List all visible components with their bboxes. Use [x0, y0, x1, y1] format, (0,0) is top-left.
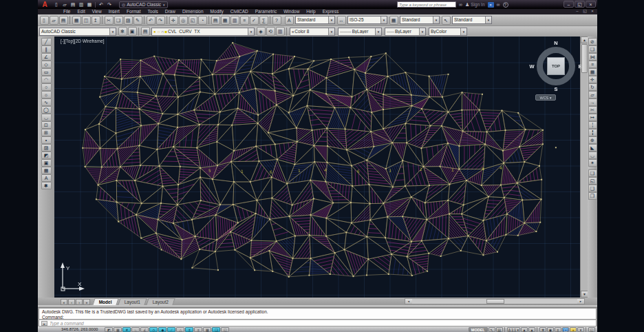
- menu-edit[interactable]: Edit: [74, 9, 88, 14]
- fillet-icon-button[interactable]: ◡: [588, 152, 597, 159]
- infer-constraints-toggle[interactable]: ◩: [105, 327, 113, 332]
- workspace-switching-button[interactable]: ✻: [539, 327, 546, 332]
- doc-minimize-button[interactable]: –: [574, 9, 581, 14]
- clean-screen-button[interactable]: ◱: [588, 327, 595, 332]
- redo-icon-button[interactable]: ↷: [156, 16, 165, 25]
- dim-style-dropdown-arrow[interactable]: ▼: [380, 17, 387, 23]
- doc-close-button[interactable]: ×: [589, 9, 596, 14]
- polyline-icon-button[interactable]: ∠: [41, 53, 52, 61]
- prev-tab-button[interactable]: ‹: [68, 299, 75, 305]
- model-space-button[interactable]: MODEL: [469, 327, 488, 332]
- annotation-scale-button[interactable]: Δ 1:1 ▾: [507, 327, 520, 332]
- workspaces-combo[interactable]: AutoCAD Classic ▼: [39, 28, 116, 36]
- quickcalc-icon-button[interactable]: ∑: [259, 16, 268, 25]
- menu-express[interactable]: Express: [319, 9, 342, 14]
- object-snap-tracking-toggle[interactable]: ∕: [167, 327, 175, 332]
- rectangle-icon-button[interactable]: ▭: [41, 68, 52, 76]
- plot-style-dropdown-arrow[interactable]: ▼: [460, 28, 466, 35]
- table-style-dropdown-arrow[interactable]: ▼: [433, 17, 439, 23]
- scale-icon-button[interactable]: ▱: [588, 91, 597, 98]
- publish-icon-button[interactable]: ↥: [92, 16, 100, 25]
- autoscale-button[interactable]: ▲: [528, 327, 535, 332]
- undo-icon-button[interactable]: ↶: [147, 16, 155, 25]
- table-style-combo[interactable]: Standard▼: [400, 16, 440, 24]
- properties-icon-button[interactable]: ▤: [211, 16, 220, 25]
- plot-icon[interactable]: ▦: [85, 1, 94, 8]
- zoom-window-icon-button[interactable]: ◱: [189, 16, 197, 25]
- wcs-dropdown[interactable]: WCS ▾: [535, 94, 556, 101]
- lineweight-combo[interactable]: ——ByLayer▼: [385, 28, 426, 36]
- region-icon-button[interactable]: ▣: [41, 159, 52, 167]
- menu-help[interactable]: Help: [303, 9, 319, 14]
- text-style-combo[interactable]: Standard▼: [295, 16, 335, 24]
- model-space-canvas[interactable]: [54, 37, 580, 298]
- make-block-icon-button[interactable]: ⊞: [41, 129, 52, 136]
- bring-above-icon-button[interactable]: ❑: [588, 185, 597, 192]
- plot-style-combo[interactable]: ByColor▼: [429, 28, 467, 36]
- plot-preview-icon-button[interactable]: ◫: [82, 16, 91, 25]
- circle-icon-button[interactable]: ○: [41, 83, 52, 91]
- lineweight-toggle[interactable]: ≡: [194, 327, 202, 332]
- command-input[interactable]: Type a command: [50, 321, 84, 326]
- layer-on-bulb-icon[interactable]: ●: [153, 28, 156, 35]
- arc-icon-button[interactable]: ◠: [41, 76, 52, 83]
- coordinates-readout[interactable]: 346.8726, 263.0000: [61, 327, 98, 331]
- explode-icon-button[interactable]: ✶: [588, 159, 597, 167]
- isolate-objects-button[interactable]: ●: [570, 327, 577, 332]
- sign-in-label[interactable]: Sign In: [471, 2, 484, 7]
- dim-style-combo[interactable]: ISO-25▼: [347, 16, 387, 24]
- compass-south[interactable]: S: [552, 86, 559, 92]
- hatch-icon-button[interactable]: ▨: [41, 144, 52, 152]
- multileader-style-combo[interactable]: Standard▼: [452, 16, 492, 24]
- grid-display-toggle[interactable]: #: [122, 327, 131, 332]
- first-tab-button[interactable]: «: [61, 299, 67, 305]
- layer-dropdown-arrow[interactable]: ▼: [248, 28, 254, 35]
- rotate-icon-button[interactable]: ↻: [588, 83, 597, 91]
- compass-west[interactable]: W: [528, 63, 535, 70]
- add-points-icon-button[interactable]: ✱: [41, 182, 52, 189]
- lineweight-dropdown-arrow[interactable]: ▼: [419, 28, 425, 35]
- copy-icon-button[interactable]: ❏: [114, 16, 123, 25]
- designcenter-icon-button[interactable]: ▦: [221, 16, 230, 25]
- cut-icon-button[interactable]: ✂: [105, 16, 114, 25]
- close-button[interactable]: ×: [586, 1, 596, 8]
- layer-combo[interactable]: ●☼∩■ CVL_CURV_TX ▼: [151, 28, 255, 36]
- table-icon-button[interactable]: ▦: [41, 167, 52, 174]
- dim-style-icon[interactable]: ↔: [337, 16, 346, 25]
- plot-icon-button[interactable]: ▦: [72, 16, 81, 25]
- hardware-acceleration-button[interactable]: ≡: [555, 327, 561, 332]
- autocad-logo-icon[interactable]: A: [40, 1, 50, 8]
- qnew-icon-button[interactable]: ▯: [40, 16, 49, 25]
- tab-model[interactable]: Model: [92, 298, 118, 305]
- dynamic-input-toggle[interactable]: ±: [185, 327, 193, 332]
- menu-civilcad[interactable]: CivilCAD: [227, 9, 252, 14]
- help-icon-button[interactable]: ?: [272, 16, 281, 25]
- insert-block-icon-button[interactable]: ⊡: [41, 121, 52, 129]
- construction-line-icon-button[interactable]: ∥: [41, 45, 52, 53]
- compass-top-face[interactable]: TOP: [547, 57, 565, 75]
- trim-icon-button[interactable]: ✂: [588, 106, 597, 114]
- dynamic-ucs-toggle[interactable]: △: [176, 327, 184, 332]
- annotation-visibility-button[interactable]: ▲: [521, 327, 528, 332]
- make-current-icon-button[interactable]: ◈: [257, 27, 266, 36]
- layer-properties-manager-icon-button[interactable]: ▤: [141, 27, 150, 36]
- snap-mode-toggle[interactable]: ▦: [114, 327, 122, 332]
- point-icon-button[interactable]: •: [41, 136, 52, 144]
- save-as-icon[interactable]: ▥: [77, 1, 85, 8]
- ellipse-icon-button[interactable]: ◯: [41, 106, 52, 114]
- view-compass[interactable]: N S W E TOP: [531, 41, 581, 91]
- communication-center-icon[interactable]: ∞: [497, 1, 500, 8]
- compass-north[interactable]: N: [552, 40, 559, 46]
- stretch-icon-button[interactable]: →: [588, 98, 597, 106]
- extend-icon-button[interactable]: ↦: [588, 114, 597, 121]
- gradient-icon-button[interactable]: ◩: [41, 152, 52, 159]
- workspace-settings-icon-button[interactable]: ✻: [118, 27, 127, 36]
- redo-icon[interactable]: ↷: [105, 1, 114, 8]
- menu-parametric[interactable]: Parametric: [252, 9, 280, 14]
- zoom-realtime-icon-button[interactable]: ◎: [179, 16, 188, 25]
- paste-icon-button[interactable]: ▨: [124, 16, 133, 25]
- sheet-set-manager-icon-button[interactable]: ≡: [240, 16, 249, 25]
- menu-view[interactable]: View: [89, 9, 105, 14]
- chamfer-icon-button[interactable]: ◣: [588, 144, 597, 152]
- tab-layout2[interactable]: Layout2: [146, 298, 175, 305]
